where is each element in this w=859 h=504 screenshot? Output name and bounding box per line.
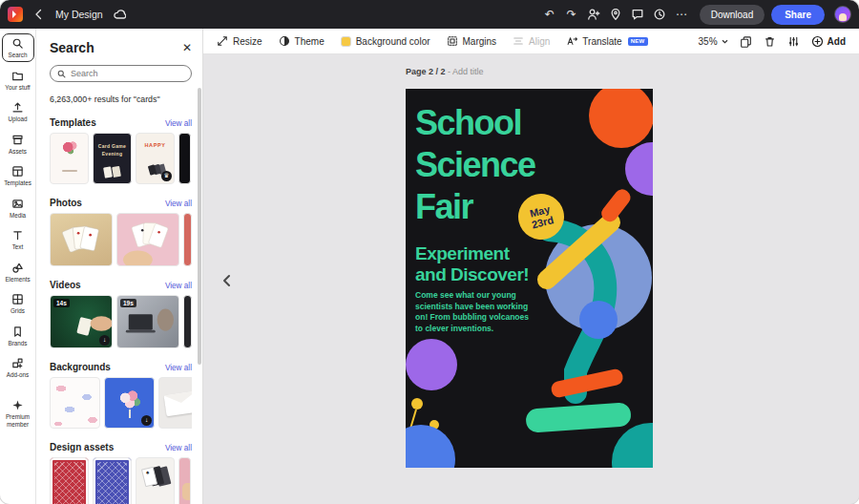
comment-icon <box>631 8 644 21</box>
search-icon <box>57 70 66 78</box>
poster-heading[interactable]: School Science Fair <box>415 102 535 228</box>
sidebar-item-search[interactable]: Search <box>2 33 34 62</box>
more-options-button[interactable]: ⋯ <box>672 4 691 25</box>
close-panel-button[interactable]: ✕ <box>182 42 192 53</box>
download-button[interactable]: Download <box>700 5 765 25</box>
theme-button[interactable]: Theme <box>279 35 325 47</box>
background-color-button[interactable]: Background color <box>341 36 430 47</box>
duplicate-page-button[interactable] <box>740 35 752 48</box>
view-all-photos-link[interactable]: View all <box>165 200 192 208</box>
sidebar-item-add-ons[interactable]: Add-ons <box>2 353 34 382</box>
view-all-design-assets-link[interactable]: View all <box>165 444 192 452</box>
photo-thumb[interactable] <box>116 213 179 266</box>
user-avatar[interactable] <box>834 6 851 23</box>
poster-subheading[interactable]: Experiment and Discover! <box>415 243 529 285</box>
template-thumb[interactable]: HAPPY ♛ <box>136 133 175 184</box>
color-swatch <box>341 36 351 47</box>
plus-circle-icon <box>811 35 824 48</box>
video-thumb[interactable]: 14s ↓ <box>50 295 113 348</box>
adobe-express-app: My Design ↶ ↷ ⋯ Download Share <box>0 0 859 504</box>
resize-button[interactable]: Resize <box>217 35 262 47</box>
bouquet-art <box>118 389 141 410</box>
photo-thumb[interactable] <box>50 213 113 266</box>
add-title-link[interactable]: - Add title <box>448 67 484 76</box>
clock-icon <box>653 8 666 21</box>
sidebar-label: Premium member <box>3 413 33 428</box>
sidebar-item-elements[interactable]: Elements <box>2 258 34 286</box>
download-icon: ↓ <box>99 335 110 346</box>
section-title-templates: Templates <box>50 117 96 128</box>
cards-art <box>148 164 157 176</box>
delete-page-button[interactable] <box>764 35 776 48</box>
new-badge: NEW <box>628 37 648 46</box>
resize-icon <box>217 35 228 47</box>
back-button[interactable] <box>30 4 49 25</box>
video-thumb[interactable] <box>183 295 192 348</box>
zoom-control[interactable]: 35% <box>699 36 728 47</box>
poster-body-text[interactable]: Come see what our young scientists have … <box>415 290 530 334</box>
translate-button[interactable]: Translate NEW <box>566 35 647 47</box>
cloud-sync-icon <box>110 4 129 25</box>
bookmark-icon <box>11 326 24 338</box>
invite-people-button[interactable] <box>584 4 603 25</box>
search-input[interactable] <box>71 69 184 78</box>
timeline-button[interactable] <box>787 35 800 48</box>
background-thumb[interactable] <box>158 377 192 429</box>
section-title-videos: Videos <box>50 280 81 290</box>
view-all-backgrounds-link[interactable]: View all <box>165 364 192 372</box>
pin-button[interactable] <box>606 4 625 25</box>
undo-button[interactable]: ↶ <box>540 4 559 25</box>
document-title[interactable]: My Design <box>55 9 103 20</box>
sidebar-item-grids[interactable]: Grids <box>2 289 34 318</box>
video-thumb[interactable]: 19s <box>116 295 179 348</box>
template-thumb[interactable] <box>50 133 89 184</box>
undo-icon: ↶ <box>545 8 555 21</box>
comment-button[interactable] <box>628 4 647 25</box>
design-page[interactable]: School Science Fair May 23rd Experiment … <box>406 89 653 468</box>
redo-button[interactable]: ↷ <box>562 4 581 25</box>
design-asset-thumb[interactable]: ♠ <box>136 457 175 504</box>
upload-icon <box>11 101 24 114</box>
canvas-area: Page 2 / 2 - Add title <box>203 54 859 504</box>
design-asset-thumb[interactable] <box>50 457 89 504</box>
sidebar-item-your-stuff[interactable]: Your stuff <box>2 66 34 94</box>
sidebar-item-text[interactable]: Text <box>2 225 34 254</box>
thumb-text: HAPPY <box>136 142 174 148</box>
background-thumb[interactable]: ↓ <box>104 377 155 429</box>
app-logo-icon[interactable] <box>8 7 23 22</box>
search-field[interactable] <box>50 65 192 82</box>
photo-thumb[interactable] <box>183 213 192 266</box>
shapes-icon <box>11 262 24 274</box>
sidebar-item-media[interactable]: Media <box>2 194 34 222</box>
cards-art <box>141 467 157 488</box>
sidebar-item-brands[interactable]: Brands <box>2 322 34 350</box>
location-pin-icon <box>609 8 622 21</box>
sidebar-label: Text <box>12 243 24 251</box>
background-thumb[interactable] <box>50 377 100 429</box>
view-all-templates-link[interactable]: View all <box>165 119 192 128</box>
sidebar-label: Upload <box>9 116 28 123</box>
sidebar-item-premium[interactable]: Premium member <box>2 395 34 430</box>
trash-icon <box>764 35 776 48</box>
purple-circle-shape[interactable] <box>406 339 457 390</box>
sidebar-item-templates[interactable]: Templates <box>2 161 34 190</box>
cards-in-hand-art <box>117 214 178 265</box>
add-page-button[interactable]: Add <box>811 35 846 48</box>
panel-scrollbar[interactable] <box>198 88 201 365</box>
template-thumb[interactable] <box>178 133 191 184</box>
view-all-videos-link[interactable]: View all <box>165 282 192 290</box>
design-asset-thumb[interactable] <box>178 457 191 504</box>
template-thumb[interactable]: Card Game Evening <box>93 133 132 184</box>
previous-page-button[interactable] <box>217 270 238 291</box>
sidebar-item-upload[interactable]: Upload <box>2 97 34 126</box>
margins-button[interactable]: Margins <box>447 35 497 47</box>
sidebar-label: Assets <box>9 148 27 156</box>
history-button[interactable] <box>650 4 669 25</box>
share-button[interactable]: Share <box>771 5 825 25</box>
sidebar-item-assets[interactable]: Assets <box>2 130 34 158</box>
caption-line <box>62 170 77 172</box>
left-sidebar: Search Your stuff Upload Assets Template… <box>0 29 36 504</box>
text-icon <box>11 229 24 242</box>
align-button[interactable]: Align <box>513 35 550 47</box>
design-asset-thumb[interactable] <box>93 457 132 504</box>
